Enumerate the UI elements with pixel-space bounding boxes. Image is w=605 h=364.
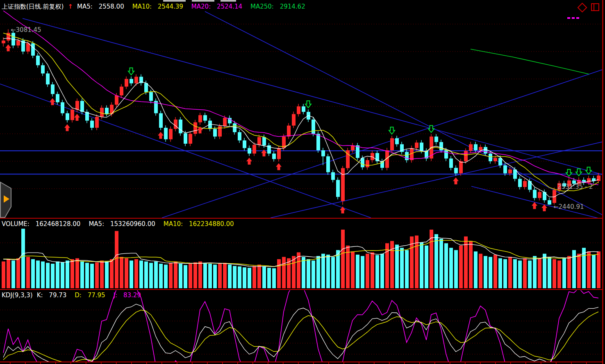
kdj-k: K: 79.73 (37, 292, 71, 299)
ma250-legend: MA250: 2914.62 (250, 3, 309, 10)
kdj-header: KDJ(9,3,3)K: 79.73D: 77.95J: 83.29 (2, 292, 149, 299)
volume-ma10: MA10: 162234880.00 (164, 220, 238, 228)
volume-header: VOLUME: 162468128.00MA5: 153260960.00MA1… (2, 220, 242, 228)
chart-window: 上证指数(日线.前复权)↑MA5: 2558.00MA10: 2544.39MA… (0, 0, 605, 364)
ma5-legend: MA5: 2558.00 (77, 3, 128, 10)
ma10-legend: MA10: 2544.39 (132, 3, 187, 10)
main-chart-header: 上证指数(日线.前复权)↑MA5: 2558.00MA10: 2544.39MA… (2, 3, 314, 11)
kdj-name: KDJ(9,3,3) (2, 292, 33, 299)
ma20-legend: MA20: 2524.14 (191, 3, 246, 10)
volume-pane[interactable] (0, 219, 603, 289)
window-controls (573, 2, 602, 16)
kdj-pane[interactable] (0, 290, 603, 362)
symbol-title: 上证指数(日线.前复权) (2, 3, 64, 10)
trend-up-icon: ↑ (68, 3, 73, 10)
volume-ma5: MA5: 153260960.00 (89, 220, 159, 228)
expand-left-panel-tab[interactable] (0, 181, 14, 219)
panes-icon[interactable] (591, 3, 599, 11)
kdj-d: D: 77.95 (75, 292, 109, 299)
low-price-label: ←2440.91 (553, 203, 584, 210)
dots-icon (567, 13, 581, 20)
kdj-j: J: 83.29 (114, 292, 145, 299)
volume-value: VOLUME: 162468128.00 (2, 220, 84, 228)
diamond-icon[interactable] (577, 2, 587, 12)
range-price-label: 2531.35 - 2 (557, 183, 593, 190)
high-price-label: ←3081.45 (11, 26, 41, 34)
main-chart-pane[interactable] (0, 11, 603, 217)
